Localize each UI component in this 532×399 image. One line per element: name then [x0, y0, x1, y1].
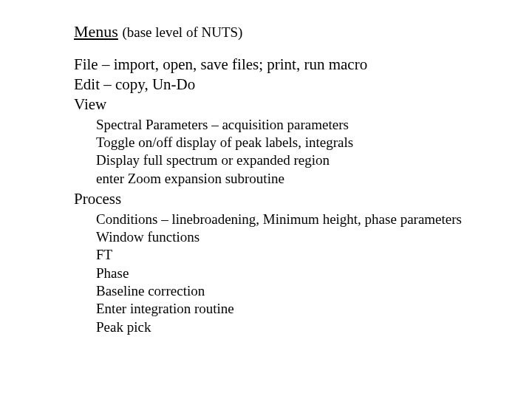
file-line: File – import, open, save files; print, …	[74, 55, 488, 75]
page-title: Menus (base level of NUTS)	[74, 22, 488, 41]
process-sublist: Conditions – linebroadening, Minimum hei…	[96, 211, 488, 336]
view-item: Display full spectrum or expanded region	[96, 151, 488, 169]
process-item: Peak pick	[96, 318, 488, 336]
file-section: File – import, open, save files; print, …	[74, 55, 488, 336]
process-item: Enter integration routine	[96, 300, 488, 318]
process-item: Baseline correction	[96, 282, 488, 300]
view-item: Spectral Parameters – acquisition parame…	[96, 116, 488, 134]
edit-line: Edit – copy, Un-Do	[74, 75, 488, 95]
view-sublist: Spectral Parameters – acquisition parame…	[96, 116, 488, 188]
view-item: enter Zoom expansion subroutine	[96, 170, 488, 188]
process-item: Conditions – linebroadening, Minimum hei…	[96, 211, 488, 228]
title-main: Menus	[74, 22, 118, 41]
view-label: View	[74, 95, 488, 115]
title-paren: (base level of NUTS)	[122, 24, 242, 40]
view-item: Toggle on/off display of peak labels, in…	[96, 134, 488, 151]
process-item: Window functions	[96, 228, 488, 246]
document-page: Menus (base level of NUTS) File – import…	[0, 0, 532, 360]
process-item: Phase	[96, 265, 488, 282]
process-item: FT	[96, 246, 488, 264]
process-label: Process	[74, 189, 488, 209]
